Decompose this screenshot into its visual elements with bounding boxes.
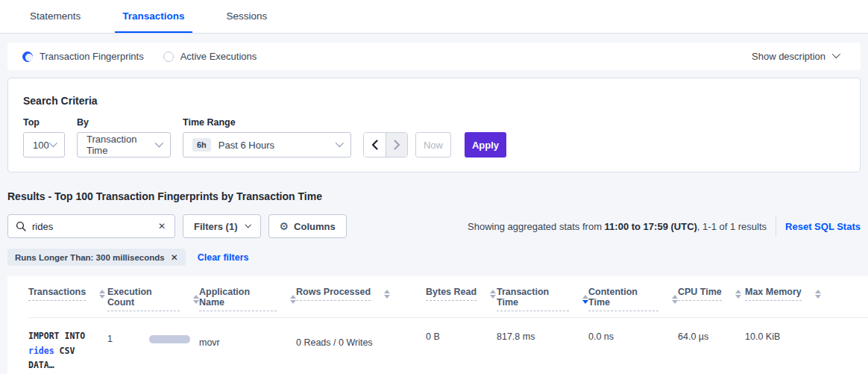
sort-icon[interactable] — [193, 295, 199, 304]
radio-selected-icon[interactable] — [22, 52, 33, 62]
search-input[interactable] — [32, 221, 157, 232]
clear-search-icon[interactable]: ✕ — [157, 221, 167, 231]
transaction-time-cell: 817.8 ms — [497, 329, 588, 346]
clear-filters-link[interactable]: Clear filters — [198, 252, 249, 263]
column-header-application-name: Application Name — [199, 287, 296, 311]
filters-button-label: Filters (1) — [194, 221, 238, 232]
now-button[interactable]: Now — [415, 132, 451, 158]
contention-time-cell: 0.0 ns — [588, 329, 678, 342]
time-range-value: Past 6 Hours — [218, 140, 274, 151]
chevron-down-icon — [155, 139, 163, 147]
chevron-down-icon — [49, 138, 57, 146]
rows-processed-cell: 0 Reads / 0 Writes — [296, 329, 426, 348]
cpu-time-cell: 64.0 µs — [678, 329, 745, 346]
sort-desc-icon[interactable] — [582, 295, 588, 304]
search-criteria-card: Search Criteria Top 100 By Transaction T… — [7, 78, 861, 172]
top-label: Top — [23, 117, 65, 128]
time-range-field: Time Range 6h Past 6 Hours — [183, 117, 351, 158]
column-header-bytes-read: Bytes Read — [426, 287, 497, 301]
results-toolbar: ✕ Filters (1) ⚙ Columns Showing aggregat… — [7, 214, 861, 238]
radio-label: Transaction Fingerprints — [40, 51, 144, 62]
gear-icon: ⚙ — [280, 220, 289, 232]
radio-unselected-icon[interactable] — [163, 52, 174, 62]
filters-button[interactable]: Filters (1) — [183, 214, 261, 238]
aggregated-stats-text: Showing aggregated stats from 11:00 to 1… — [468, 221, 767, 232]
tab-sessions[interactable]: Sessions — [219, 0, 275, 33]
results-heading: Results - Top 100 Transaction Fingerprin… — [7, 190, 861, 202]
by-field: By Transaction Time — [77, 117, 171, 158]
bytes-read-cell: 0 B — [426, 329, 497, 342]
transaction-link[interactable]: rides — [28, 346, 54, 356]
by-select-value: Transaction Time — [87, 134, 155, 156]
columns-button[interactable]: ⚙ Columns — [268, 214, 347, 238]
sort-icon[interactable] — [290, 295, 296, 304]
tab-transactions[interactable]: Transactions — [115, 0, 192, 33]
radio-transaction-fingerprints[interactable]: Transaction Fingerprints — [22, 51, 144, 62]
max-memory-cell: 10.0 KiB — [745, 329, 857, 346]
top-field: Top 100 — [23, 117, 65, 158]
stats-time-range: 11:00 to 17:59 (UTC) — [605, 221, 697, 232]
table-header-row: Transactions Execution Count Application… — [28, 287, 868, 318]
next-time-window-button[interactable] — [386, 133, 407, 157]
column-header-rows-processed: Rows Processed — [296, 287, 426, 301]
column-header-execution-count: Execution Count — [107, 287, 199, 311]
execution-count-bar — [149, 335, 190, 343]
by-label: By — [77, 117, 171, 128]
filter-chip[interactable]: Runs Longer Than: 300 milliseconds ✕ — [7, 249, 186, 266]
chevron-down-icon — [832, 50, 840, 58]
time-range-label: Time Range — [183, 117, 351, 128]
columns-button-label: Columns — [294, 221, 336, 232]
reset-sql-stats-link[interactable]: Reset SQL Stats — [785, 221, 861, 232]
remove-filter-icon[interactable]: ✕ — [171, 252, 178, 263]
results-search-box[interactable]: ✕ — [7, 214, 175, 238]
sort-icon[interactable] — [735, 290, 741, 299]
radio-label: Active Executions — [180, 51, 257, 62]
radio-active-executions[interactable]: Active Executions — [163, 51, 257, 62]
filter-chip-label: Runs Longer Than: 300 milliseconds — [15, 253, 165, 262]
sort-icon[interactable] — [490, 290, 496, 299]
top-select-value: 100 — [33, 140, 49, 151]
show-description-label: Show description — [752, 51, 825, 62]
sort-icon[interactable] — [672, 295, 678, 304]
time-range-badge: 6h — [192, 138, 211, 152]
view-toggle-row: Transaction Fingerprints Active Executio… — [7, 43, 861, 70]
by-select[interactable]: Transaction Time — [77, 132, 171, 158]
divider — [776, 216, 776, 237]
application-name-cell: movr — [199, 329, 296, 348]
transaction-fingerprint-cell[interactable]: IMPORT INTO rides CSV DATA… — [28, 329, 107, 373]
previous-time-window-button[interactable] — [364, 133, 386, 157]
table-row: IMPORT INTO rides CSV DATA… 1 movr 0 Rea… — [28, 318, 868, 374]
tab-statements[interactable]: Statements — [22, 0, 88, 33]
sort-icon[interactable] — [99, 290, 105, 299]
column-header-contention-time: Contention Time — [588, 287, 678, 311]
column-header-max-memory: Max Memory — [745, 287, 857, 301]
time-range-select[interactable]: 6h Past 6 Hours — [183, 132, 351, 158]
show-description-toggle[interactable]: Show description — [752, 51, 838, 62]
results-table: Transactions Execution Count Application… — [7, 276, 868, 374]
chevron-down-icon — [245, 222, 251, 228]
search-icon — [16, 221, 26, 231]
column-header-cpu-time: CPU Time — [678, 287, 745, 301]
column-header-transaction-time: Transaction Time — [497, 287, 588, 311]
apply-button[interactable]: Apply — [465, 132, 506, 158]
chevron-down-icon — [336, 138, 344, 146]
sort-icon[interactable] — [384, 290, 390, 299]
search-criteria-title: Search Criteria — [23, 95, 845, 107]
column-header-transactions: Transactions — [28, 287, 107, 301]
top-select[interactable]: 100 — [23, 132, 65, 158]
chevron-left-icon — [371, 140, 378, 150]
sort-icon[interactable] — [815, 290, 821, 299]
time-window-stepper — [363, 132, 408, 158]
chevron-right-icon — [394, 140, 400, 150]
top-tab-bar: Statements Transactions Sessions — [0, 0, 868, 34]
execution-count-cell: 1 — [107, 329, 199, 344]
active-filters-row: Runs Longer Than: 300 milliseconds ✕ Cle… — [7, 249, 861, 266]
